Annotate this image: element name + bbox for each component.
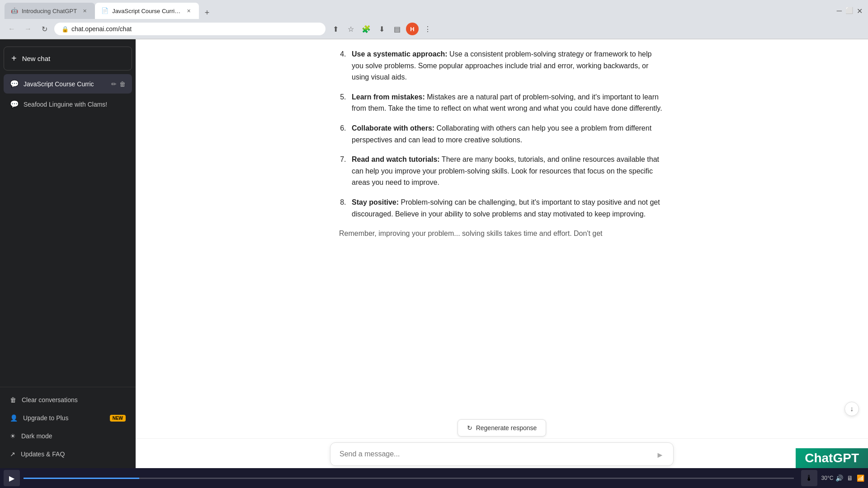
tab-favicon-1: 🤖 <box>11 7 18 14</box>
tab-close-2[interactable]: ✕ <box>184 7 193 15</box>
item-6-title: Collaborate with others: <box>352 124 434 132</box>
url-text: chat.openai.com/chat <box>71 25 132 33</box>
play-icon: ▶ <box>9 474 14 483</box>
list-item-5: Learn from mistakes: Mistakes are a natu… <box>348 91 665 114</box>
chat-item-title-1: JavaScript Course Curric <box>24 80 107 88</box>
partial-message-text: Remember, improving your problem... solv… <box>339 230 603 237</box>
scroll-down-button[interactable]: ↓ <box>844 402 859 416</box>
message-content: Use a systematic approach: Use a consist… <box>330 48 674 220</box>
list-item-7: Read and watch tutorials: There are many… <box>348 154 665 188</box>
toolbar-actions: ⬆ ☆ 🧩 ⬇ ▤ H ⋮ <box>329 23 434 35</box>
chat-list: 💬 JavaScript Course Curric ✏ 🗑 💬 Seafood… <box>4 74 132 114</box>
trash-icon: 🗑 <box>10 396 16 404</box>
address-bar[interactable]: 🔒 chat.openai.com/chat <box>54 23 326 35</box>
app-container: + New chat 💬 JavaScript Course Curric ✏ … <box>0 39 868 488</box>
edit-icon[interactable]: ✏ <box>111 80 117 88</box>
back-button[interactable]: ← <box>5 23 18 35</box>
partial-message: Remember, improving your problem... solv… <box>330 228 674 243</box>
new-badge: NEW <box>110 415 126 422</box>
profile-button[interactable]: H <box>406 23 419 35</box>
chat-messages: Use a systematic approach: Use a consist… <box>136 39 868 416</box>
tab-2[interactable]: 📄 JavaScript Course Curriculum. ✕ <box>95 3 199 19</box>
sun-icon: ☀ <box>10 432 16 440</box>
chat-icon-2: 💬 <box>10 100 19 108</box>
chat-item-actions-1: ✏ 🗑 <box>111 80 126 88</box>
input-box: ► <box>330 442 674 468</box>
main-content: Use a systematic approach: Use a consist… <box>136 39 868 488</box>
list-item-8: Stay positive: Problem-solving can be ch… <box>348 197 665 220</box>
new-chat-button[interactable]: + New chat <box>4 47 132 70</box>
extensions-icon[interactable]: 🧩 <box>360 23 373 35</box>
chat-item-2[interactable]: 💬 Seafood Linguine with Clams! <box>4 94 132 114</box>
sidebar: + New chat 💬 JavaScript Course Curric ✏ … <box>0 39 136 488</box>
download-icon[interactable]: ⬇ <box>375 23 388 35</box>
chat-item-1[interactable]: 💬 JavaScript Course Curric ✏ 🗑 <box>4 74 132 94</box>
send-button[interactable]: ► <box>653 448 667 462</box>
lock-icon: 🔒 <box>61 26 69 33</box>
clear-conversations-label: Clear conversations <box>22 396 78 404</box>
regenerate-bar: ↻ Regenerate response <box>136 416 868 438</box>
progress-bar[interactable] <box>24 478 794 479</box>
network-icon[interactable]: 📶 <box>857 474 864 482</box>
chevron-down-icon: ↓ <box>850 405 854 413</box>
sidebar-top: + New chat 💬 JavaScript Course Curric ✏ … <box>0 43 136 387</box>
regenerate-label: Regenerate response <box>476 424 537 432</box>
maximize-icon[interactable]: ⬜ <box>845 7 853 15</box>
taskbar-icons: 🌡 30°C <box>801 470 835 486</box>
tab-1[interactable]: 🤖 Introducing ChatGPT ✕ <box>5 3 95 19</box>
tab-title-1: Introducing ChatGPT <box>22 8 77 14</box>
external-link-icon: ↗ <box>10 450 15 458</box>
item-8-title: Stay positive: <box>352 198 399 206</box>
minimize-icon[interactable]: ─ <box>837 7 842 15</box>
chat-icon-1: 💬 <box>10 80 19 88</box>
upgrade-label: Upgrade to Plus <box>23 414 68 422</box>
display-icon[interactable]: 🖥 <box>847 474 853 482</box>
play-pause-button[interactable]: ▶ <box>4 470 20 486</box>
new-tab-button[interactable]: + <box>201 6 213 19</box>
item-7-title: Read and watch tutorials: <box>352 155 440 163</box>
dark-mode-button[interactable]: ☀ Dark mode <box>4 427 132 445</box>
forward-button[interactable]: → <box>22 23 34 35</box>
message-input[interactable] <box>330 442 674 466</box>
plus-icon: + <box>11 53 17 64</box>
browser-titlebar: 🤖 Introducing ChatGPT ✕ 📄 JavaScript Cou… <box>0 0 868 19</box>
tab-favicon-2: 📄 <box>101 7 108 14</box>
bookmark-icon[interactable]: ☆ <box>344 23 357 35</box>
regenerate-button[interactable]: ↻ Regenerate response <box>458 419 547 436</box>
tab-bar: 🤖 Introducing ChatGPT ✕ 📄 JavaScript Cou… <box>0 3 213 19</box>
delete-icon[interactable]: 🗑 <box>119 80 126 88</box>
menu-icon[interactable]: ⋮ <box>421 23 434 35</box>
item-4-title: Use a systematic approach: <box>352 50 448 58</box>
taskbar-icon-1[interactable]: 🌡 <box>801 470 817 486</box>
taskbar: ▶ 🌡 30°C 🔊 🖥 📶 <box>0 468 868 488</box>
refresh-button[interactable]: ↻ <box>38 23 51 35</box>
user-icon: 👤 <box>10 414 18 422</box>
send-icon: ► <box>656 450 664 460</box>
chatgpt-brand: ChatGPT <box>796 448 868 468</box>
upgrade-to-plus-button[interactable]: 👤 Upgrade to Plus NEW <box>4 409 132 427</box>
tab-title-2: JavaScript Course Curriculum. <box>112 8 181 14</box>
refresh-icon: ↻ <box>467 424 472 432</box>
item-5-title: Learn from mistakes: <box>352 93 425 101</box>
progress-fill <box>24 478 139 479</box>
updates-label: Updates & FAQ <box>21 450 65 458</box>
updates-faq-button[interactable]: ↗ Updates & FAQ <box>4 445 132 463</box>
browser-chrome: 🤖 Introducing ChatGPT ✕ 📄 JavaScript Cou… <box>0 0 868 39</box>
volume-icon[interactable]: 🔊 <box>835 474 843 482</box>
taskbar-icon-temperature: 30°C <box>819 470 835 486</box>
clear-conversations-button[interactable]: 🗑 Clear conversations <box>4 391 132 409</box>
close-icon[interactable]: ✕ <box>857 7 863 15</box>
tab-close-1[interactable]: ✕ <box>80 7 89 15</box>
taskbar-time: 🔊 🖥 📶 <box>835 474 864 482</box>
list-item-4: Use a systematic approach: Use a consist… <box>348 48 665 83</box>
sidebar-toggle-icon[interactable]: ▤ <box>391 23 403 35</box>
dark-mode-label: Dark mode <box>21 432 52 440</box>
taskbar-right: 🔊 🖥 📶 <box>835 474 864 482</box>
list-item-6: Collaborate with others: Collaborating w… <box>348 122 665 145</box>
browser-toolbar: ← → ↻ 🔒 chat.openai.com/chat ⬆ ☆ 🧩 ⬇ ▤ H… <box>0 19 868 39</box>
new-chat-label: New chat <box>22 55 51 62</box>
chat-item-title-2: Seafood Linguine with Clams! <box>24 101 126 108</box>
share-icon[interactable]: ⬆ <box>329 23 342 35</box>
